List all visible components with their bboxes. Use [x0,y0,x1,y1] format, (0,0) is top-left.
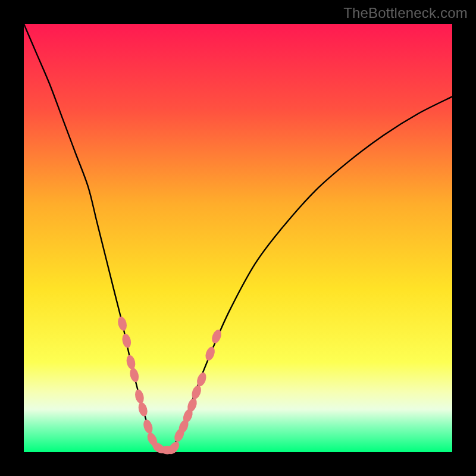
marker-point [210,328,223,345]
chart-svg [24,24,452,452]
marker-point [134,389,145,405]
marker-point [190,384,202,400]
marker-point [129,367,140,383]
marker-point [121,333,132,349]
marker-point [142,418,155,434]
marker-point [137,402,149,418]
bottleneck-curve [24,24,452,450]
marker-point [126,355,137,370]
watermark-text: TheBottleneck.com [343,5,468,21]
marker-point [117,316,128,332]
highlighted-points-group [117,316,223,456]
chart-frame: TheBottleneck.com [0,0,476,476]
marker-point [204,346,217,362]
